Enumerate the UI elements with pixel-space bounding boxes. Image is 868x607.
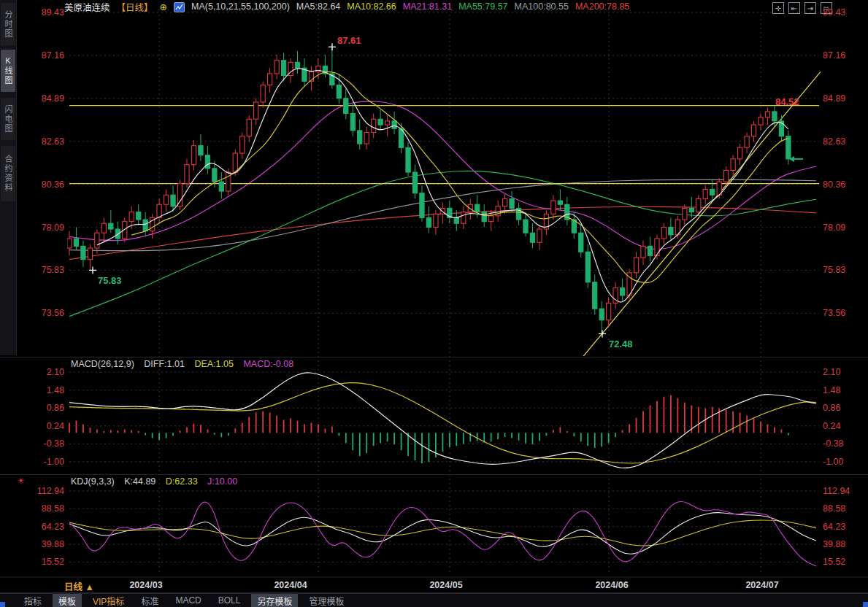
macd-title: MACD(26,12,9) bbox=[71, 359, 134, 369]
y-axis-label: 80.36 bbox=[42, 179, 64, 190]
y-axis-label: 80.36 bbox=[823, 179, 845, 190]
y-axis-label: 39.88 bbox=[823, 539, 845, 549]
y-axis-label: -0.38 bbox=[44, 438, 65, 449]
y-axis-label: 88.58 bbox=[823, 503, 845, 514]
y-axis-label: 112.94 bbox=[823, 486, 850, 496]
y-axis-label: 89.43 bbox=[823, 7, 845, 18]
kdj-panel bbox=[69, 501, 816, 565]
price-panel bbox=[67, 47, 821, 357]
date-label: 2024/04 bbox=[274, 580, 307, 590]
trading-app-window: 分时图K线图闪电图合约资料 美原油连续 【日线】 ⊕ MA(5,10,21,55… bbox=[0, 0, 868, 607]
y-axis-label: 0.86 bbox=[47, 403, 64, 413]
tab-standard[interactable]: 标准 bbox=[135, 594, 164, 607]
period-selector[interactable]: 日线 ▲ bbox=[64, 579, 94, 593]
y-axis-label: 75.83 bbox=[42, 265, 64, 275]
y-axis-label: 39.88 bbox=[42, 539, 64, 549]
macd-panel-header: MACD(26,12,9) DIFF:1.01 DEA:1.05 MACD:-0… bbox=[71, 359, 301, 369]
y-axis-label: 84.89 bbox=[42, 93, 64, 104]
price-annotation: 72.48 bbox=[609, 339, 633, 349]
price-annotation: 87.61 bbox=[337, 35, 361, 46]
tab-boll[interactable]: BOLL bbox=[212, 595, 247, 606]
y-axis-label: 84.89 bbox=[823, 93, 845, 104]
y-axis-label: 89.43 bbox=[42, 7, 64, 18]
y-axis-label: 78.09 bbox=[823, 223, 845, 233]
chart-canvas[interactable]: 87.6184.5275.8372.4889.4389.4387.1687.16… bbox=[0, 0, 868, 607]
date-label: 2024/07 bbox=[745, 580, 778, 590]
y-axis-label: 73.56 bbox=[823, 308, 845, 318]
y-axis-label: 1.48 bbox=[823, 385, 840, 395]
y-axis-label: 75.83 bbox=[823, 265, 845, 275]
y-axis-label: 64.23 bbox=[823, 522, 845, 532]
price-annotation: 84.52 bbox=[775, 96, 799, 107]
y-axis-label: 88.58 bbox=[42, 503, 64, 514]
date-label: 2024/06 bbox=[595, 580, 628, 590]
trend-line[interactable] bbox=[582, 71, 821, 357]
grid-layer bbox=[69, 12, 819, 575]
tab-manage-template[interactable]: 管理模板 bbox=[303, 594, 350, 607]
y-axis-label: 73.56 bbox=[42, 308, 64, 318]
y-axis-label: 1.48 bbox=[47, 385, 64, 395]
tab-macd[interactable]: MACD bbox=[169, 595, 207, 606]
macd-dea-value: DEA:1.05 bbox=[194, 359, 234, 369]
y-axis-label: 78.09 bbox=[42, 223, 64, 233]
kdj-title: KDJ(9,3,3) bbox=[71, 476, 115, 487]
kdj-panel-header: KDJ(9,3,3) K:44.89 D:62.33 J:10.00 bbox=[71, 476, 245, 487]
ma5-line bbox=[97, 69, 788, 302]
kdj-d-value: D:62.33 bbox=[166, 476, 198, 487]
bottom-tab-bar: 指标模板VIP指标标准MACDBOLL另存模板管理模板 bbox=[0, 593, 868, 607]
y-axis-label: 15.52 bbox=[823, 557, 845, 567]
date-label: 2024/05 bbox=[429, 580, 462, 590]
y-axis-label: -1.00 bbox=[44, 457, 65, 467]
kdj-k-value: K:44.89 bbox=[124, 476, 155, 487]
y-axis-label: 87.16 bbox=[42, 50, 64, 61]
y-axis-label: 15.52 bbox=[42, 557, 64, 567]
indicator-settings-icon[interactable]: ☀ bbox=[17, 476, 25, 486]
y-axis-label: 2.10 bbox=[47, 367, 64, 377]
y-axis-label: -1.00 bbox=[823, 457, 844, 467]
kdj-j-value: J:10.00 bbox=[207, 476, 237, 487]
y-axis-label: 112.94 bbox=[37, 486, 64, 496]
macd-panel bbox=[69, 373, 816, 468]
date-label: 2024/03 bbox=[129, 580, 162, 590]
y-axis-label: 82.63 bbox=[42, 136, 64, 147]
diff-line bbox=[69, 373, 816, 468]
y-axis-label: 2.10 bbox=[823, 367, 840, 377]
kdj-j-line bbox=[69, 501, 816, 565]
macd-diff-value: DIFF:1.01 bbox=[144, 359, 185, 369]
tab-vip-indicators[interactable]: VIP指标 bbox=[87, 594, 130, 607]
y-axis-label: 82.63 bbox=[823, 136, 845, 147]
tab-save-template[interactable]: 另存模板 bbox=[251, 594, 298, 607]
y-axis-label: 64.23 bbox=[42, 522, 64, 532]
y-axis-label: 0.86 bbox=[823, 403, 840, 413]
kdj-d-line bbox=[69, 520, 816, 546]
price-annotation: 75.83 bbox=[98, 275, 122, 286]
tab-indicators[interactable]: 指标 bbox=[18, 594, 47, 607]
y-axis-label: 0.24 bbox=[823, 421, 840, 431]
y-axis-label: -0.38 bbox=[823, 438, 844, 449]
scroll-right-accent[interactable] bbox=[863, 602, 868, 607]
kdj-k-line bbox=[69, 513, 816, 554]
y-axis-label: 87.16 bbox=[823, 50, 845, 61]
tab-templates[interactable]: 模板 bbox=[53, 594, 82, 607]
scroll-left-accent[interactable] bbox=[0, 602, 5, 607]
macd-value: MACD:-0.08 bbox=[243, 359, 293, 369]
y-axis-label: 0.24 bbox=[47, 421, 64, 431]
